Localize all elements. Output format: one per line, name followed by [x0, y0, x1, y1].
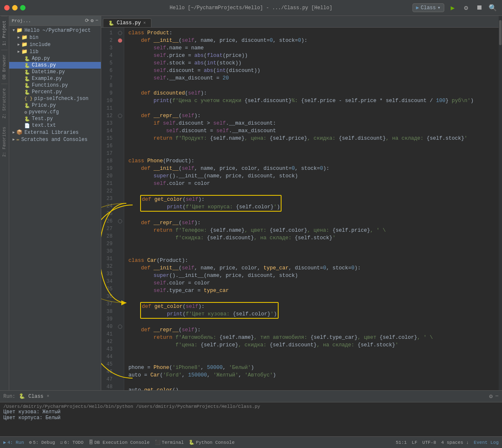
search-button[interactable]: 🔍: [488, 3, 498, 13]
main-container: 1: Project DB Browser Z: Structure 2: Fa…: [0, 16, 502, 390]
py-icon: 🐍: [24, 63, 30, 68]
tab-run[interactable]: ▶ 4: Run: [3, 440, 24, 445]
tree-item-label: App.py: [32, 56, 50, 61]
gutter-line-6[interactable]: [116, 67, 124, 74]
tab-close-button[interactable]: ×: [143, 21, 146, 26]
folder-icon: 📦: [16, 129, 23, 136]
sidebar-item-db-browser[interactable]: DB Browser: [1, 50, 8, 84]
expand-arrow: ▶: [13, 130, 15, 135]
tree-root[interactable]: ▼ 📁 Hello ~/PycharmProject: [9, 27, 101, 34]
sidebar-item-project[interactable]: 1: Project: [1, 16, 8, 50]
tree-item-lib[interactable]: ▶ 📁 lib: [9, 48, 101, 55]
tab-terminal[interactable]: ⬛ Terminal: [155, 440, 184, 445]
gutter: [116, 28, 124, 390]
tree-item-class-py[interactable]: 🐍 Class.py: [9, 62, 101, 69]
expand-arrow: ▶: [13, 137, 15, 142]
folder-icon: 📁: [16, 27, 23, 33]
gutter-line-3[interactable]: [116, 44, 124, 52]
tree-item-datetime-py[interactable]: 🐍 Datetime.py: [9, 69, 101, 75]
editor-scrollbar[interactable]: [499, 16, 502, 390]
tree-root-label: Hello ~/PycharmProject: [24, 28, 90, 33]
gutter-line-12[interactable]: [116, 112, 124, 120]
gutter-line-14[interactable]: [116, 127, 124, 135]
tree-item-label: External Libraries: [24, 130, 79, 136]
gutter-line-15[interactable]: [116, 135, 124, 142]
py-icon: 🐍: [24, 116, 30, 122]
py-icon: 🐍: [24, 90, 30, 95]
tree-item-bin[interactable]: ▶ 📁 bin: [9, 34, 101, 41]
project-panel: Proj... ⟳ ⚙ − ▼ 📁 Hello ~/PycharmProject…: [9, 16, 101, 390]
settings-gear-icon[interactable]: ⚙: [489, 393, 492, 400]
editor-tab-class[interactable]: 🐍 Class.py ×: [103, 18, 151, 27]
gutter-line-7[interactable]: [116, 74, 124, 82]
tab-debug[interactable]: ⚙ 5: Debug: [29, 440, 55, 445]
tab-todo[interactable]: ☑ 6: TODO: [60, 440, 84, 445]
run-icon: 🐍: [19, 393, 25, 399]
sync-icon[interactable]: ⟳: [85, 18, 89, 24]
python-icon: 🐍: [189, 440, 195, 445]
tab-label: DB Execution Console: [95, 440, 150, 445]
project-header-icons: ⟳ ⚙ −: [85, 18, 98, 24]
encoding: UTF-8: [423, 440, 436, 445]
run-tab-close[interactable]: ×: [47, 394, 49, 399]
tree-item-text-txt[interactable]: 📄 text.txt: [9, 122, 101, 129]
window-title: Hello [~/PycharmProjects/Hello] - .../Cl…: [170, 5, 333, 11]
tree-item-test-py[interactable]: 🐍 Test.py: [9, 115, 101, 122]
run-button[interactable]: ▶: [448, 3, 458, 13]
settings-icon[interactable]: ⚙: [91, 18, 94, 24]
cfg-icon: ⚙: [24, 110, 27, 115]
py-icon: 🐍: [24, 69, 30, 75]
close-panel-icon[interactable]: −: [495, 393, 499, 400]
tab-python-console[interactable]: 🐍 Python Console: [189, 440, 234, 445]
run-tab-label[interactable]: Class: [28, 394, 44, 399]
scrollbar-thumb[interactable]: [499, 20, 502, 45]
tree-item-label: bin: [29, 35, 38, 41]
tree-item-functions-py[interactable]: 🐍 Functions.py: [9, 82, 101, 89]
collapse-icon[interactable]: −: [95, 18, 98, 24]
gutter-line-2[interactable]: [116, 37, 124, 44]
gutter-line-13[interactable]: [116, 120, 124, 127]
gutter-line-10[interactable]: [116, 97, 124, 105]
tree-item-price-py[interactable]: 🐍 Price.py: [9, 102, 101, 109]
run-config-label: Class: [421, 5, 436, 11]
tree-item-label: Functions.py: [32, 82, 68, 88]
tree-item-pip-json[interactable]: { } pip-selfcheck.json: [9, 95, 101, 102]
tree-item-pyvenv-cfg[interactable]: ⚙ pyvenv.cfg: [9, 109, 101, 115]
tab-label: Class.py: [117, 20, 141, 26]
tab-label: 6: TODO: [64, 440, 83, 445]
tree-item-app-py[interactable]: 🐍 App.py: [9, 55, 101, 62]
close-button[interactable]: [4, 5, 10, 10]
expand-arrow: ▶: [18, 35, 20, 40]
tab-db-console[interactable]: 🗄 DB Execution Console: [89, 440, 150, 445]
run-config-button[interactable]: ▶ Class ▾: [412, 3, 444, 12]
minimize-button[interactable]: [12, 5, 18, 10]
py-icon: 🐍: [24, 83, 30, 88]
tree-item-ext-libs[interactable]: ▶ 📦 External Libraries: [9, 129, 101, 136]
debug-button[interactable]: ⚙: [461, 3, 471, 13]
gutter-line-9[interactable]: [116, 90, 124, 97]
tree-item-label: Class.py: [32, 62, 56, 68]
line-numbers: 1 2 3 4 5 6 7 8 9 10 11 12 13 14 15 16 1…: [101, 28, 116, 390]
sidebar-item-structure[interactable]: Z: Structure: [1, 84, 8, 123]
maximize-button[interactable]: [20, 5, 26, 10]
run-panel-header: Run: 🐍 Class × ⚙ −: [0, 391, 502, 402]
tree-item-label: Scratches and Consoles: [21, 137, 87, 143]
gutter-line-1[interactable]: [116, 29, 124, 37]
stop-button[interactable]: ⏹: [474, 3, 484, 13]
tree-item-label: Test.py: [32, 116, 53, 122]
tree-item-example-py[interactable]: 🐍 Example.py: [9, 75, 101, 82]
tree-item-scratches[interactable]: ▶ ✏ Scratches and Consoles: [9, 136, 101, 143]
gutter-line-5[interactable]: [116, 59, 124, 67]
run-icon: ▶: [3, 440, 6, 445]
tree-item-label: text.txt: [32, 123, 56, 128]
gutter-line-4[interactable]: [116, 52, 124, 59]
py-icon: 🐍: [24, 103, 30, 108]
code-editor[interactable]: class Product: def __init__(self, name, …: [124, 28, 499, 390]
editor-area: 🐍 Class.py × 1 2 3 4 5 6 7 8 9 10 11 12 …: [101, 16, 499, 390]
tree-item-include[interactable]: ▶ 📁 include: [9, 41, 101, 48]
tree-item-percent-py[interactable]: 🐍 Percent.py: [9, 89, 101, 95]
folder-icon: ✏: [16, 136, 19, 143]
sidebar-item-favorites[interactable]: 2: Favorites: [1, 123, 8, 161]
event-log[interactable]: Event Log: [474, 440, 499, 445]
tree-item-label: Price.py: [32, 102, 56, 108]
